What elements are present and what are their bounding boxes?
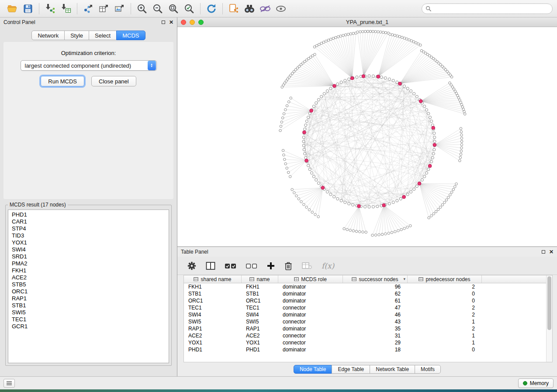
result-node-item[interactable]: CAR1 (8, 218, 169, 225)
result-node-item[interactable]: FKH1 (8, 267, 169, 274)
memory-status-icon (523, 381, 527, 385)
toolbar-separator (131, 3, 131, 14)
export-network-icon[interactable] (80, 2, 96, 16)
status-bar: Memory (0, 376, 557, 389)
zoom-out-icon[interactable] (150, 2, 166, 16)
table-panel-title: Table Panel (181, 249, 208, 255)
zoom-selected-icon[interactable] (181, 2, 197, 16)
table-row[interactable]: RAP1RAP1dominator352 (184, 325, 552, 332)
network-view-window: YPA_prune.txt_1 (177, 17, 557, 247)
show-all-icon[interactable] (273, 2, 289, 16)
close-panel-icon[interactable]: ✕ (169, 20, 173, 25)
column-header-mcds-role[interactable]: MCDS role (278, 275, 343, 283)
result-node-item[interactable]: RAP1 (8, 295, 169, 302)
column-header-successor-nodes[interactable]: successor nodes▾ (343, 275, 408, 283)
network-canvas[interactable] (177, 27, 557, 246)
column-type-icon (419, 277, 423, 281)
table-row[interactable]: PHD1PHD1dominator180 (184, 346, 552, 353)
scrollbar-thumb[interactable] (547, 276, 551, 330)
delete-table-icon[interactable] (301, 261, 313, 270)
column-header-predecessor-nodes[interactable]: predecessor nodes (408, 275, 482, 283)
select-all-icon[interactable] (225, 261, 237, 270)
tab-network-table[interactable]: Network Table (370, 365, 415, 374)
mcds-result-list[interactable]: PHD1CAR1STP4TID3YOX1SWI4SRD1PMA2FKH1ACE2… (8, 210, 169, 363)
close-table-panel-icon[interactable]: ✕ (549, 249, 554, 254)
optimization-label: Optimization criterion: (3, 42, 173, 56)
tab-style[interactable]: Style (64, 31, 89, 40)
search-box[interactable] (422, 3, 553, 14)
result-node-item[interactable]: SWI5 (8, 309, 169, 316)
result-node-item[interactable]: PHD1 (8, 211, 169, 218)
result-node-item[interactable]: STP4 (8, 225, 169, 232)
close-panel-button[interactable]: Close panel (91, 76, 136, 86)
column-type-icon (294, 277, 299, 281)
settings-gear-icon[interactable] (187, 261, 197, 271)
show-columns-icon[interactable] (205, 261, 216, 271)
save-session-icon[interactable] (20, 2, 36, 16)
criterion-dropdown[interactable]: largest connected component (undirected)… (21, 60, 157, 71)
clone-network-icon[interactable] (226, 2, 242, 16)
mcds-tab-content: Optimization criterion: largest connecte… (3, 42, 173, 199)
tab-motifs[interactable]: Motifs (415, 365, 441, 374)
control-panel-title: Control Panel (3, 19, 35, 25)
tab-edge-table[interactable]: Edge Table (332, 365, 370, 374)
table-row[interactable]: SWI4SWI4dominator462 (184, 311, 552, 318)
zoom-in-icon[interactable] (134, 2, 150, 16)
refresh-layout-icon[interactable] (204, 2, 219, 16)
result-node-item[interactable]: STB5 (8, 281, 169, 288)
panel-menu-icon[interactable] (3, 379, 15, 388)
result-node-item[interactable]: STB1 (8, 302, 169, 309)
tab-select[interactable]: Select (89, 31, 117, 40)
column-type-icon (249, 277, 254, 281)
table-row[interactable]: TEC1TEC1connector472 (184, 304, 552, 311)
float-table-panel-icon[interactable] (542, 250, 545, 254)
find-icon[interactable] (242, 2, 257, 16)
result-node-item[interactable]: ACE2 (8, 274, 169, 281)
tab-mcds[interactable]: MCDS (116, 31, 145, 40)
table-row[interactable]: ORC1ORC1dominator610 (184, 297, 552, 304)
main-toolbar (0, 0, 557, 17)
result-node-item[interactable]: GCR1 (8, 323, 169, 330)
control-panel-tabs: NetworkStyleSelectMCDS (0, 31, 177, 40)
float-panel-icon[interactable] (162, 21, 165, 24)
result-node-item[interactable]: ORC1 (8, 288, 169, 295)
memory-button[interactable]: Memory (518, 378, 554, 388)
window-minimize-icon[interactable] (190, 20, 195, 25)
unselect-all-icon[interactable] (246, 261, 258, 270)
table-toolbar: f(x) (177, 257, 557, 275)
search-input[interactable] (434, 6, 549, 12)
result-node-item[interactable]: SWI4 (8, 246, 169, 253)
node-table: shared namenameMCDS rolesuccessor nodes▾… (183, 275, 553, 362)
export-image-icon[interactable] (112, 2, 128, 16)
dropdown-stepper-icon: ▲▼ (148, 61, 156, 70)
table-row[interactable]: SWI5SWI5connector431 (184, 318, 552, 325)
table-scrollbar[interactable] (546, 275, 552, 362)
tab-network[interactable]: Network (31, 31, 65, 40)
export-table-icon[interactable] (96, 2, 112, 16)
create-column-icon[interactable] (266, 261, 275, 270)
column-header-shared-name[interactable]: shared name (184, 275, 242, 283)
open-session-icon[interactable] (4, 2, 20, 16)
hide-selected-icon[interactable] (257, 2, 273, 16)
result-node-item[interactable]: YOX1 (8, 239, 169, 246)
delete-column-icon[interactable] (284, 261, 293, 271)
table-row[interactable]: YOX1YOX1connector291 (184, 339, 552, 346)
function-builder-icon[interactable]: f(x) (322, 261, 334, 270)
tab-node-table[interactable]: Node Table (294, 365, 332, 374)
column-menu-arrow-icon[interactable]: ▾ (403, 277, 405, 281)
table-row[interactable]: FKH1FKH1dominator962 (184, 283, 552, 290)
table-row[interactable]: STB1STB1dominator620 (184, 290, 552, 297)
result-node-item[interactable]: SRD1 (8, 253, 169, 260)
toolbar-separator (200, 3, 201, 14)
window-close-icon[interactable] (181, 20, 186, 25)
zoom-fit-icon[interactable] (166, 2, 181, 16)
run-mcds-button[interactable]: Run MCDS (41, 76, 84, 86)
column-header-name[interactable]: name (242, 275, 278, 283)
result-node-item[interactable]: PMA2 (8, 260, 169, 267)
import-table-icon[interactable] (58, 2, 74, 16)
table-row[interactable]: ACE2ACE2connector311 (184, 332, 552, 339)
window-zoom-icon[interactable] (198, 20, 204, 25)
result-node-item[interactable]: TEC1 (8, 316, 169, 323)
result-node-item[interactable]: TID3 (8, 232, 169, 239)
import-network-icon[interactable] (42, 2, 58, 16)
